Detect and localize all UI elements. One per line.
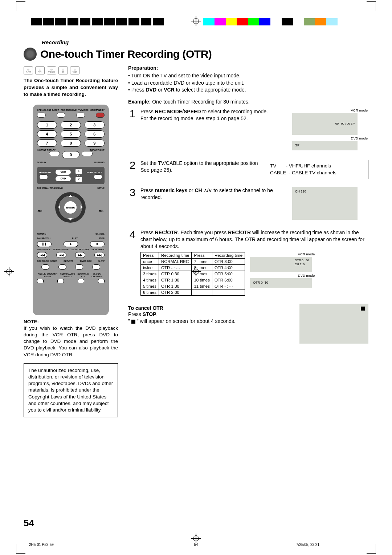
page-title: One-touch Timer Recording (OTR): [40, 48, 212, 60]
registration-mark-icon: [191, 534, 201, 543]
screen-stop: [299, 304, 368, 344]
stop-icon: [361, 307, 365, 311]
black-bar: [31, 18, 165, 25]
screen-vcr-otr: OTR 0 : 30CH 110: [250, 257, 312, 272]
numpad-key: 4: [37, 130, 57, 138]
registration-mark-icon: [191, 16, 201, 26]
printer-marks: [0, 15, 392, 29]
otr-timing-table: PressRecording timePressRecording timeon…: [140, 252, 245, 296]
remote-control-illustration: OPEN/CLOSE EJECT PROGRESSIVE TV/VIDEO ON…: [33, 105, 109, 315]
numpad-key: 2: [61, 121, 81, 129]
screen-channel: CH 110: [292, 187, 358, 220]
registration-mark-icon: [4, 267, 14, 276]
preparation-list: Turn ON the TV and set to the video inpu…: [128, 72, 368, 94]
step-1: 1 Press REC MODE/SPEED to select the rec…: [128, 108, 368, 152]
note-text: If you wish to watch the DVD playback du…: [24, 325, 118, 358]
numpad-key: 3: [85, 121, 105, 129]
format-icon: ⦾RAM: [24, 66, 33, 74]
screen-dvd-otr: OTR 0 :30: [250, 278, 312, 288]
legal-notice-box: The unauthorized recording, use, distrib…: [24, 363, 118, 418]
numpad-key: 6: [85, 130, 105, 138]
section-label: Recording: [42, 39, 368, 45]
cancel-section: To cancel OTR Press STOP. " " will appea…: [128, 304, 368, 344]
numpad-key: 5: [61, 130, 81, 138]
step-3: 3 Press numeric keys or CH ∧/∨ to select…: [128, 187, 368, 221]
numpad-key: 7: [37, 139, 57, 147]
title-row: One-touch Timer Recording (OTR): [24, 48, 368, 61]
stop-icon: [131, 320, 135, 324]
format-icon: ⦾VCR: [70, 66, 79, 74]
example-line: Example: One-touch Timer Recording for 3…: [128, 99, 368, 105]
format-icon: ⦾VR: [35, 66, 45, 74]
step-2: 2 Set the TV/CABLE option to the appropr…: [128, 160, 368, 179]
step-4: 4 Press REC/OTR. Each time you press REC…: [128, 229, 368, 296]
channel-options-box: TV - VHF/UHF channels CABLE - CABLE TV c…: [267, 160, 368, 179]
note-heading: NOTE:: [24, 319, 118, 324]
format-icons-row: ⦾RAM⦾VR⦾VIDEO⦾R⦾VCR: [24, 66, 118, 74]
format-icon: ⦾VIDEO: [47, 66, 56, 74]
format-icon: ⦾R: [58, 66, 68, 74]
numpad-key: 9: [85, 139, 105, 147]
page-number: 54: [24, 518, 34, 529]
screen-vcr-mode: 00 : 00 : 00 SP: [292, 113, 358, 135]
numpad-key: 8: [61, 139, 81, 147]
intro-text: The One-touch Timer Recording feature pr…: [24, 77, 118, 98]
color-bar: [203, 18, 338, 25]
dpad-icon: ENTER: [49, 193, 92, 229]
preparation-heading: Preparation:: [128, 65, 368, 71]
screen-dvd-mode: SP: [292, 141, 358, 150]
numpad-key: 1: [37, 121, 57, 129]
sphere-bullet-icon: [24, 48, 37, 61]
